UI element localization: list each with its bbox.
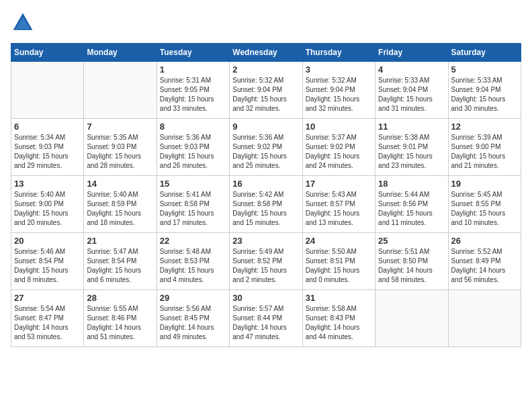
day-number: 27 (14, 293, 81, 303)
weekday-header-thursday: Thursday (302, 44, 375, 62)
weekday-header-friday: Friday (375, 44, 448, 62)
day-number: 18 (378, 179, 445, 189)
weekday-header-monday: Monday (84, 44, 157, 62)
calendar-week-1: 1Sunrise: 5:31 AM Sunset: 9:05 PM Daylig… (11, 62, 521, 119)
calendar-cell: 21Sunrise: 5:47 AM Sunset: 8:54 PM Dayli… (84, 233, 157, 290)
day-number: 16 (232, 179, 299, 189)
day-number: 24 (306, 236, 372, 246)
day-info: Sunrise: 5:38 AM Sunset: 9:01 PM Dayligh… (378, 133, 445, 171)
day-info: Sunrise: 5:36 AM Sunset: 9:02 PM Dayligh… (232, 133, 299, 171)
day-number: 2 (232, 64, 299, 75)
calendar-cell: 4Sunrise: 5:33 AM Sunset: 9:04 PM Daylig… (375, 62, 448, 119)
day-info: Sunrise: 5:40 AM Sunset: 9:00 PM Dayligh… (14, 190, 81, 228)
day-number: 14 (87, 179, 153, 189)
calendar-cell: 8Sunrise: 5:36 AM Sunset: 9:03 PM Daylig… (157, 119, 229, 176)
day-info: Sunrise: 5:56 AM Sunset: 8:45 PM Dayligh… (160, 304, 226, 342)
calendar-cell: 15Sunrise: 5:41 AM Sunset: 8:58 PM Dayli… (157, 176, 229, 233)
weekday-header-row: SundayMondayTuesdayWednesdayThursdayFrid… (11, 44, 521, 62)
calendar-cell: 26Sunrise: 5:52 AM Sunset: 8:49 PM Dayli… (448, 233, 521, 290)
calendar-week-5: 27Sunrise: 5:54 AM Sunset: 8:47 PM Dayli… (11, 290, 521, 347)
calendar-cell (375, 290, 448, 347)
day-info: Sunrise: 5:52 AM Sunset: 8:49 PM Dayligh… (451, 247, 518, 285)
day-number: 20 (14, 236, 81, 246)
day-number: 22 (160, 236, 226, 246)
calendar-cell: 22Sunrise: 5:48 AM Sunset: 8:53 PM Dayli… (157, 233, 229, 290)
logo-icon (11, 11, 35, 35)
day-info: Sunrise: 5:58 AM Sunset: 8:43 PM Dayligh… (306, 304, 372, 342)
day-info: Sunrise: 5:43 AM Sunset: 8:57 PM Dayligh… (306, 190, 372, 228)
day-info: Sunrise: 5:35 AM Sunset: 9:03 PM Dayligh… (87, 133, 153, 171)
calendar-cell: 7Sunrise: 5:35 AM Sunset: 9:03 PM Daylig… (84, 119, 157, 176)
day-info: Sunrise: 5:33 AM Sunset: 9:04 PM Dayligh… (451, 76, 518, 113)
day-number: 6 (14, 122, 81, 132)
day-number: 7 (87, 122, 153, 132)
calendar-cell (11, 62, 84, 119)
calendar-cell: 2Sunrise: 5:32 AM Sunset: 9:04 PM Daylig… (230, 62, 302, 119)
calendar-cell: 9Sunrise: 5:36 AM Sunset: 9:02 PM Daylig… (230, 119, 302, 176)
day-number: 21 (87, 236, 153, 246)
day-info: Sunrise: 5:49 AM Sunset: 8:52 PM Dayligh… (232, 247, 299, 285)
calendar-cell: 20Sunrise: 5:46 AM Sunset: 8:54 PM Dayli… (11, 233, 84, 290)
calendar-week-3: 13Sunrise: 5:40 AM Sunset: 9:00 PM Dayli… (11, 176, 521, 233)
calendar-week-4: 20Sunrise: 5:46 AM Sunset: 8:54 PM Dayli… (11, 233, 521, 290)
day-info: Sunrise: 5:51 AM Sunset: 8:50 PM Dayligh… (378, 247, 445, 285)
calendar-cell: 17Sunrise: 5:43 AM Sunset: 8:57 PM Dayli… (302, 176, 375, 233)
day-info: Sunrise: 5:40 AM Sunset: 8:59 PM Dayligh… (87, 190, 153, 228)
weekday-header-tuesday: Tuesday (157, 44, 229, 62)
day-info: Sunrise: 5:33 AM Sunset: 9:04 PM Dayligh… (378, 76, 445, 113)
day-number: 15 (160, 179, 226, 189)
logo (11, 11, 38, 35)
day-number: 5 (451, 64, 518, 75)
day-number: 12 (451, 122, 518, 132)
day-info: Sunrise: 5:31 AM Sunset: 9:05 PM Dayligh… (160, 76, 226, 113)
calendar-cell: 18Sunrise: 5:44 AM Sunset: 8:56 PM Dayli… (375, 176, 448, 233)
calendar-cell: 28Sunrise: 5:55 AM Sunset: 8:46 PM Dayli… (84, 290, 157, 347)
day-number: 28 (87, 293, 153, 303)
day-number: 13 (14, 179, 81, 189)
calendar-cell: 6Sunrise: 5:34 AM Sunset: 9:03 PM Daylig… (11, 119, 84, 176)
day-info: Sunrise: 5:32 AM Sunset: 9:04 PM Dayligh… (306, 76, 372, 113)
calendar-cell: 16Sunrise: 5:42 AM Sunset: 8:58 PM Dayli… (230, 176, 302, 233)
day-info: Sunrise: 5:46 AM Sunset: 8:54 PM Dayligh… (14, 247, 81, 285)
day-info: Sunrise: 5:37 AM Sunset: 9:02 PM Dayligh… (306, 133, 372, 171)
day-info: Sunrise: 5:39 AM Sunset: 9:00 PM Dayligh… (451, 133, 518, 171)
weekday-header-sunday: Sunday (11, 44, 84, 62)
weekday-header-wednesday: Wednesday (230, 44, 302, 62)
calendar-cell: 12Sunrise: 5:39 AM Sunset: 9:00 PM Dayli… (448, 119, 521, 176)
calendar-cell: 5Sunrise: 5:33 AM Sunset: 9:04 PM Daylig… (448, 62, 521, 119)
calendar-cell: 13Sunrise: 5:40 AM Sunset: 9:00 PM Dayli… (11, 176, 84, 233)
day-info: Sunrise: 5:50 AM Sunset: 8:51 PM Dayligh… (306, 247, 372, 285)
day-number: 8 (160, 122, 226, 132)
calendar-cell: 25Sunrise: 5:51 AM Sunset: 8:50 PM Dayli… (375, 233, 448, 290)
calendar-table: SundayMondayTuesdayWednesdayThursdayFrid… (11, 43, 521, 347)
day-info: Sunrise: 5:42 AM Sunset: 8:58 PM Dayligh… (232, 190, 299, 228)
calendar-cell: 1Sunrise: 5:31 AM Sunset: 9:05 PM Daylig… (157, 62, 229, 119)
page-header (11, 11, 521, 35)
day-number: 3 (306, 64, 372, 75)
day-number: 19 (451, 179, 518, 189)
calendar-cell: 27Sunrise: 5:54 AM Sunset: 8:47 PM Dayli… (11, 290, 84, 347)
calendar-cell: 3Sunrise: 5:32 AM Sunset: 9:04 PM Daylig… (302, 62, 375, 119)
day-number: 1 (160, 64, 226, 75)
day-number: 17 (306, 179, 372, 189)
day-number: 29 (160, 293, 226, 303)
day-number: 10 (306, 122, 372, 132)
day-info: Sunrise: 5:36 AM Sunset: 9:03 PM Dayligh… (160, 133, 226, 171)
day-info: Sunrise: 5:41 AM Sunset: 8:58 PM Dayligh… (160, 190, 226, 228)
day-info: Sunrise: 5:47 AM Sunset: 8:54 PM Dayligh… (87, 247, 153, 285)
day-number: 30 (232, 293, 299, 303)
day-number: 25 (378, 236, 445, 246)
calendar-cell: 10Sunrise: 5:37 AM Sunset: 9:02 PM Dayli… (302, 119, 375, 176)
calendar-cell: 19Sunrise: 5:45 AM Sunset: 8:55 PM Dayli… (448, 176, 521, 233)
day-number: 9 (232, 122, 299, 132)
day-info: Sunrise: 5:54 AM Sunset: 8:47 PM Dayligh… (14, 304, 81, 342)
day-info: Sunrise: 5:32 AM Sunset: 9:04 PM Dayligh… (232, 76, 299, 113)
day-number: 26 (451, 236, 518, 246)
day-info: Sunrise: 5:55 AM Sunset: 8:46 PM Dayligh… (87, 304, 153, 342)
day-number: 23 (232, 236, 299, 246)
calendar-cell (84, 62, 157, 119)
day-info: Sunrise: 5:44 AM Sunset: 8:56 PM Dayligh… (378, 190, 445, 228)
day-number: 4 (378, 64, 445, 75)
calendar-cell: 23Sunrise: 5:49 AM Sunset: 8:52 PM Dayli… (230, 233, 302, 290)
calendar-cell (448, 290, 521, 347)
